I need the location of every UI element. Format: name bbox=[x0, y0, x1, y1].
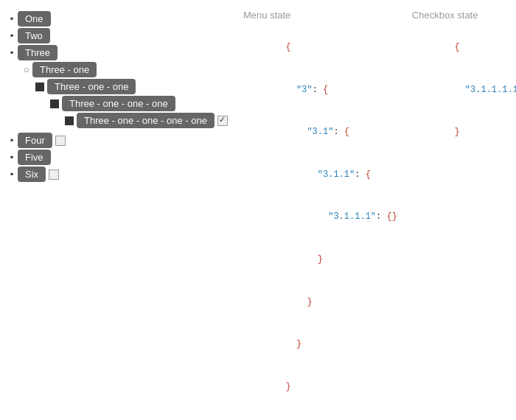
tree-item-three: • Three bbox=[0, 45, 236, 60]
menu-state-content: { "3": { "3.1": { "3.1.1": { "3.1.1.1": … bbox=[243, 27, 397, 408]
bullet-six: • bbox=[6, 169, 18, 180]
checkbox-state-panel: Checkbox state { "3.1.1.1.1": true } bbox=[412, 10, 516, 408]
checkbox-state-title: Checkbox state bbox=[412, 10, 516, 21]
bullet-three: • bbox=[6, 47, 18, 58]
menu-key-3111: "3.1.1.1" bbox=[328, 211, 376, 222]
menu-state-panel: Menu state { "3": { "3.1": { "3.1.1": { … bbox=[243, 10, 397, 408]
bullet-one: • bbox=[6, 13, 18, 24]
menu-key-311: "3.1.1" bbox=[318, 169, 355, 180]
cb-key: "3.1.1.1.1" bbox=[465, 85, 516, 95]
tree-item-one: • One bbox=[0, 11, 236, 27]
bullet-three-one-one-one bbox=[50, 99, 59, 108]
menu-indent-4 bbox=[286, 211, 329, 222]
node-three-one-one-one[interactable]: Three - one - one - one bbox=[62, 96, 175, 111]
cb-brace-open: { bbox=[454, 42, 459, 52]
checkbox-six[interactable] bbox=[49, 169, 59, 180]
tree-item-five: • Five bbox=[0, 150, 236, 165]
checkbox-state-content: { "3.1.1.1.1": true } bbox=[412, 27, 516, 154]
tree-item-three-one: ○ Three - one bbox=[0, 62, 236, 77]
bullet-three-one-one-one-one bbox=[65, 116, 74, 125]
tree-item-three-one-one: Three - one - one bbox=[0, 79, 236, 94]
menu-brace-close: } bbox=[286, 382, 291, 392]
bullet-three-one-one bbox=[35, 83, 44, 91]
menu-indent-2b bbox=[286, 297, 307, 307]
tree-item-two: • Two bbox=[0, 28, 236, 43]
node-three-one-one-one-one[interactable]: Three - one - one - one - one bbox=[77, 113, 215, 128]
menu-indent-3b bbox=[286, 254, 318, 265]
node-six[interactable]: Six bbox=[18, 167, 46, 182]
cb-brace-close: } bbox=[454, 127, 459, 137]
bullet-five: • bbox=[6, 152, 18, 163]
menu-key-3: "3" bbox=[296, 85, 313, 95]
tree-item-three-one-one-one-one: Three - one - one - one - one bbox=[0, 113, 236, 128]
node-five[interactable]: Five bbox=[18, 150, 51, 165]
menu-indent-1b bbox=[286, 339, 296, 349]
node-three-one[interactable]: Three - one bbox=[32, 62, 97, 77]
menu-indent-3 bbox=[286, 169, 318, 180]
tree-item-six: • Six bbox=[0, 167, 236, 182]
node-three[interactable]: Three bbox=[18, 45, 57, 60]
menu-brace-open: { bbox=[286, 42, 291, 52]
bullet-three-one: ○ bbox=[21, 64, 32, 75]
menu-state-title: Menu state bbox=[243, 10, 397, 21]
menu-indent-1 bbox=[286, 85, 296, 95]
node-two[interactable]: Two bbox=[18, 28, 50, 43]
bullet-four: • bbox=[6, 135, 18, 146]
tree-item-four: • Four bbox=[0, 133, 236, 148]
tree-section: • One • Two • Three ○ Three - one Three … bbox=[0, 6, 236, 412]
bullet-two: • bbox=[6, 30, 18, 41]
menu-indent-2 bbox=[286, 127, 307, 137]
checkbox-three-one-one-one-one[interactable] bbox=[217, 116, 228, 126]
node-four[interactable]: Four bbox=[18, 133, 52, 148]
menu-key-31: "3.1" bbox=[307, 127, 333, 137]
tree-item-three-one-one-one: Three - one - one - one bbox=[0, 96, 236, 111]
node-three-one-one[interactable]: Three - one - one bbox=[47, 79, 136, 94]
panels-section: Menu state { "3": { "3.1": { "3.1.1": { … bbox=[236, 6, 516, 412]
checkbox-four[interactable] bbox=[55, 136, 66, 146]
node-one[interactable]: One bbox=[18, 11, 51, 27]
cb-indent-1 bbox=[454, 85, 464, 95]
